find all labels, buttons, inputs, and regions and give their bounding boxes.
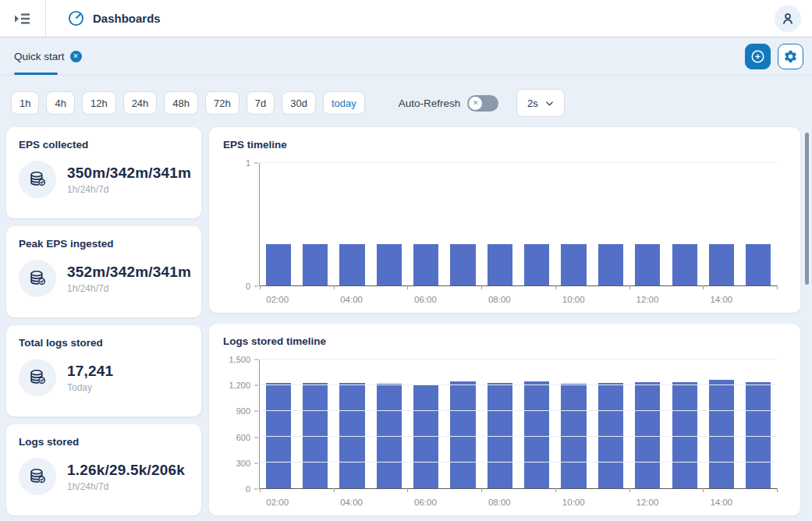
app-title: Dashboards [67, 9, 161, 27]
chart-bar [450, 381, 475, 488]
chart-bar [339, 244, 364, 285]
dashboard-page: Dashboards Quick start ✕ [0, 0, 812, 521]
card-title: Peak EPS ingested [19, 238, 189, 250]
plus-circle-icon [750, 48, 766, 65]
range-button-4h[interactable]: 4h [46, 91, 74, 115]
refresh-interval-select[interactable]: 2s [516, 89, 565, 117]
logs-stored-timeline-panel: Logs stored timeline 03006009001,2001,50… [209, 324, 800, 516]
y-tick-label: 300 [236, 459, 250, 468]
card-subtitle: Today [67, 382, 113, 393]
y-tick-label: 900 [236, 406, 250, 416]
x-tick-label: 08:00 [488, 295, 511, 304]
chart-bar [524, 244, 549, 285]
card-title: EPS collected [19, 139, 189, 151]
card-total-logs-stored: Total logs stored [6, 325, 201, 416]
time-toolbar: 1h4h12h24h48h72h7d30dtoday Auto-Refresh … [0, 76, 812, 127]
dashboard-grid: EPS collected 3 [0, 127, 812, 516]
database-check-icon [19, 458, 56, 495]
x-tick-label: 06:00 [414, 295, 437, 304]
eps-timeline-panel: EPS timeline 01 02:0004:0006:0008:0010:0… [209, 127, 800, 313]
chart-bar [635, 244, 660, 285]
x-tick-label: 14:00 [710, 295, 732, 304]
chart-title: Logs stored timeline [223, 335, 786, 347]
chart-bar [377, 244, 402, 285]
card-title: Total logs stored [19, 337, 189, 349]
chevron-down-icon [544, 98, 555, 108]
x-tick-label: 08:00 [488, 498, 511, 507]
y-tick-label: 1,500 [229, 355, 250, 364]
chart-bar [709, 244, 734, 285]
eps-timeline-chart[interactable]: 01 02:0004:0006:0008:0010:0012:0014:00 [223, 154, 786, 305]
range-button-72h[interactable]: 72h [205, 91, 239, 115]
x-tick-label: 04:00 [340, 498, 363, 507]
card-value: 1.26k/29.5k/206k [67, 462, 185, 479]
x-tick-label: 02:00 [266, 498, 289, 507]
chart-bar [746, 244, 771, 285]
chart-bar [709, 380, 734, 488]
chart-bar [488, 244, 512, 285]
y-tick-label: 0 [246, 484, 250, 494]
tab-bar: Quick start ✕ [0, 37, 812, 76]
card-value: 17,241 [67, 363, 113, 380]
chart-bar [598, 244, 623, 285]
range-button-48h[interactable]: 48h [164, 91, 198, 115]
database-check-icon [19, 359, 56, 396]
tab-quick-start[interactable]: Quick start ✕ [14, 37, 90, 75]
database-check-icon [19, 260, 56, 297]
chart-bar [672, 244, 697, 285]
x-tick-label: 06:00 [414, 498, 437, 507]
x-tick-label: 12:00 [636, 498, 659, 507]
card-subtitle: 1h/24h/7d [67, 481, 185, 492]
chart-bar [524, 381, 549, 488]
chart-bar [672, 382, 697, 488]
logs-stored-timeline-chart[interactable]: 03006009001,2001,500 02:0004:0006:0008:0… [223, 350, 786, 508]
tab-label: Quick start [14, 51, 65, 62]
range-button-7d[interactable]: 7d [246, 91, 275, 115]
card-subtitle: 1h/24h/7d [67, 184, 191, 195]
top-bar: Dashboards [0, 0, 812, 37]
y-tick-label: 1,200 [229, 381, 250, 390]
y-tick-label: 600 [236, 433, 250, 442]
refresh-interval-value: 2s [527, 97, 538, 109]
auto-refresh-control: Auto-Refresh ✕ [399, 95, 499, 112]
x-tick-label: 04:00 [340, 295, 363, 304]
tab-actions [745, 44, 803, 69]
range-button-1h[interactable]: 1h [11, 91, 39, 115]
auto-refresh-label: Auto-Refresh [399, 97, 461, 109]
gear-icon [783, 49, 798, 64]
time-range-group: 1h4h12h24h48h72h7d30dtoday [11, 91, 365, 115]
range-button-12h[interactable]: 12h [82, 91, 116, 115]
vertical-scrollbar[interactable] [805, 133, 809, 285]
stat-cards-column: EPS collected 3 [6, 127, 201, 516]
x-tick-label: 14:00 [710, 498, 732, 507]
add-dashboard-button[interactable] [745, 44, 771, 69]
auto-refresh-toggle[interactable]: ✕ [467, 95, 498, 112]
range-button-30d[interactable]: 30d [282, 91, 316, 115]
dashboard-settings-button[interactable] [778, 44, 803, 69]
database-check-icon [19, 161, 56, 198]
charts-column: EPS timeline 01 02:0004:0006:0008:0010:0… [209, 127, 800, 516]
x-tick-label: 10:00 [562, 498, 585, 507]
chart-bar [561, 244, 586, 285]
card-eps-collected: EPS collected 3 [6, 127, 201, 218]
x-tick-label: 02:00 [266, 295, 289, 304]
chart-bar [413, 244, 438, 285]
card-title: Logs stored [19, 436, 189, 448]
card-logs-stored: Logs stored 1.2 [6, 424, 201, 516]
y-tick-label: 1 [246, 158, 250, 168]
user-avatar[interactable] [775, 5, 801, 32]
y-tick-label: 0 [246, 282, 250, 291]
sidebar-toggle-button[interactable] [0, 0, 45, 37]
x-tick-label: 12:00 [636, 295, 659, 304]
tab-close-icon[interactable]: ✕ [70, 51, 82, 62]
user-icon [779, 10, 796, 27]
divider [45, 0, 46, 37]
range-button-today[interactable]: today [323, 91, 365, 115]
range-button-24h[interactable]: 24h [123, 91, 158, 115]
page-title: Dashboards [93, 12, 161, 25]
chart-bar [266, 244, 291, 285]
x-tick-label: 10:00 [562, 295, 585, 304]
menu-expand-icon [13, 11, 32, 27]
chart-bar [746, 382, 771, 488]
card-subtitle: 1h/24h/7d [67, 283, 191, 294]
